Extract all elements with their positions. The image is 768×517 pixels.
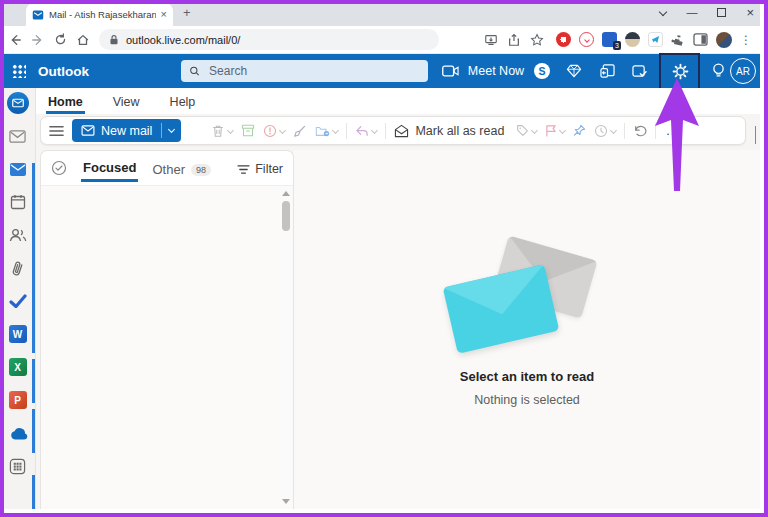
annotation-border	[0, 0, 768, 517]
screenshot: Mail - Atish Rajasekharan - Outlo × + — …	[0, 0, 768, 517]
